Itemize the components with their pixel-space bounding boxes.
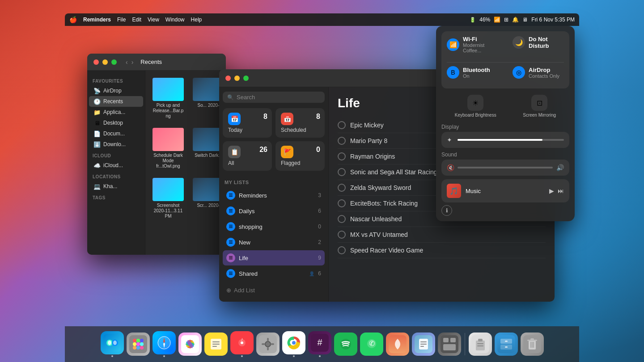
reminder-checkbox[interactable] xyxy=(338,246,346,254)
my-lists-header: My Lists xyxy=(223,177,325,188)
dock-whatsapp[interactable]: ✆ xyxy=(360,333,383,356)
play-button[interactable]: ▶ xyxy=(549,187,554,194)
svg-point-13 xyxy=(136,346,140,349)
list-item-life[interactable]: ≡ Life 9 xyxy=(223,250,325,265)
search-bar[interactable]: 🔍 Search xyxy=(223,92,325,103)
reminders-maximize-button[interactable] xyxy=(243,76,249,81)
search-icon: 🔍 xyxy=(227,94,234,101)
smart-list-all[interactable]: 📋 All 26 xyxy=(223,141,272,171)
reminder-item[interactable]: MX vs ATV Untamed xyxy=(338,227,546,243)
reminders-minimize-button[interactable] xyxy=(234,76,240,81)
dock-arc[interactable] xyxy=(386,333,409,356)
list-item-shared[interactable]: ≡ Shared 👤 6 xyxy=(223,266,325,281)
reminder-item[interactable]: Speed Racer Video Game xyxy=(338,243,546,258)
file-item[interactable]: Schedule Dark Mode fr...tOwl.png xyxy=(150,125,186,172)
list-item-reminders[interactable]: ≡ Reminders 3 xyxy=(223,188,325,203)
sidebar-item-documents[interactable]: 📄 Docum... xyxy=(89,128,143,139)
skip-button[interactable]: ⏭ xyxy=(558,187,564,194)
info-button[interactable]: ℹ xyxy=(441,205,452,216)
menu-edit[interactable]: Edit xyxy=(132,17,141,23)
sidebar-item-applications[interactable]: 📁 Applica... xyxy=(89,107,143,118)
list-item-dailys[interactable]: ≡ Dailys 6 xyxy=(223,203,325,219)
dock-slack[interactable]: # xyxy=(308,331,331,357)
maximize-button[interactable] xyxy=(111,59,117,65)
list-item-new[interactable]: ≡ New 2 xyxy=(223,235,325,250)
list-count: 3 xyxy=(318,192,321,198)
finder-forward-button[interactable]: › xyxy=(131,59,134,66)
sidebar-item-airdrop[interactable]: 📡 AirDrop xyxy=(89,85,143,96)
dock-launchpad[interactable] xyxy=(127,333,150,356)
wifi-card[interactable]: 📶 Wi-Fi Modernist Coffee... xyxy=(441,32,504,59)
wifi-menubar-icon[interactable]: 📶 xyxy=(494,17,500,23)
dock-music[interactable]: ♪ xyxy=(230,331,254,357)
file-item[interactable]: Pick up and Release...Bar.png xyxy=(150,75,186,122)
svg-text:#: # xyxy=(317,337,322,347)
dock-preview[interactable] xyxy=(412,333,435,356)
reminder-checkbox[interactable] xyxy=(338,137,346,145)
keyboard-brightness-button[interactable]: ☀ Keyboard Brightness xyxy=(450,92,501,120)
sound-slider-row[interactable]: 🔇 🔊 xyxy=(441,160,569,176)
reminders-close-button[interactable] xyxy=(225,76,231,81)
sidebar-item-recents[interactable]: 🕐 Recents xyxy=(89,96,143,107)
music-dock-icon: ♪ xyxy=(230,331,254,354)
volume-max-icon: 🔊 xyxy=(556,164,564,171)
sound-slider[interactable] xyxy=(458,167,553,168)
close-button[interactable] xyxy=(93,59,99,65)
smart-list-scheduled[interactable]: 📅 Scheduled 8 xyxy=(275,108,325,138)
reminder-checkbox[interactable] xyxy=(338,231,346,239)
dock-photos[interactable] xyxy=(178,333,202,356)
notification-center-icon[interactable]: 🔔 xyxy=(512,17,519,23)
reminder-checkbox[interactable] xyxy=(338,168,346,176)
svg-rect-40 xyxy=(271,343,274,345)
display-slider[interactable] xyxy=(458,139,564,141)
menu-help[interactable]: Help xyxy=(191,17,202,23)
apple-menu[interactable]: 🍎 xyxy=(69,16,77,23)
active-app-name[interactable]: Reminders xyxy=(83,17,111,23)
dock-preferences[interactable] xyxy=(256,333,280,356)
list-name: Dailys xyxy=(239,208,314,215)
sidebar-item-kha[interactable]: 💻 Kha... xyxy=(89,181,143,192)
dock-safari[interactable] xyxy=(153,331,176,357)
sidebar-kha-label: Kha... xyxy=(103,183,117,189)
minimize-button[interactable] xyxy=(102,59,108,65)
applications-icon: 📁 xyxy=(93,109,101,116)
dock-chrome[interactable] xyxy=(282,331,305,357)
sidebar-item-desktop[interactable]: 🖥 Desktop xyxy=(89,118,143,128)
dock-finder[interactable] xyxy=(101,331,124,357)
dock-spotify[interactable] xyxy=(334,333,357,356)
dock-mission-control[interactable] xyxy=(438,333,461,356)
display-icon[interactable]: 🖥 xyxy=(522,17,528,23)
smart-list-today[interactable]: 📅 Today 8 xyxy=(223,108,272,138)
dock-file-cabinet[interactable] xyxy=(495,333,518,356)
network-group: 📶 Wi-Fi Modernist Coffee... 🌙 Do Not Dis… xyxy=(441,31,569,88)
control-center-icon[interactable]: ⊞ xyxy=(504,17,508,23)
menu-window[interactable]: Window xyxy=(165,17,185,23)
smart-list-flagged[interactable]: 🚩 Flagged 0 xyxy=(275,141,325,171)
file-item[interactable]: Screenshot 2020-11...3.11 PM xyxy=(150,175,186,222)
menu-view[interactable]: View xyxy=(148,17,159,23)
file-name: Scr... 2020- xyxy=(197,203,220,208)
airdrop-card[interactable]: ◎ AirDrop Contacts Only xyxy=(507,63,569,84)
sidebar-item-icloud[interactable]: ☁️ iCloud... xyxy=(89,160,143,171)
dock-notes[interactable] xyxy=(204,333,228,356)
reminder-checkbox[interactable] xyxy=(338,152,346,160)
reminder-checkbox[interactable] xyxy=(338,215,346,223)
add-list-button[interactable]: ⊕ Add List xyxy=(223,283,325,297)
display-section-label: Display xyxy=(441,124,569,130)
display-slider-row[interactable]: ✦ xyxy=(441,132,569,148)
bluetooth-card[interactable]: B Bluetooth On xyxy=(441,63,504,84)
dock-clipboard[interactable] xyxy=(469,333,492,356)
reminder-checkbox[interactable] xyxy=(338,199,346,207)
screen-mirroring-button[interactable]: ⊡ Screen Mirroring xyxy=(518,92,560,120)
svg-rect-55 xyxy=(420,341,427,342)
menu-file[interactable]: File xyxy=(117,17,126,23)
dnd-card[interactable]: 🌙 Do Not Disturb xyxy=(507,32,569,59)
list-item-shopping[interactable]: ≡ shopping 0 xyxy=(223,219,325,234)
finder-back-button[interactable]: ‹ xyxy=(126,59,128,66)
reminder-checkbox[interactable] xyxy=(338,184,346,192)
sidebar-item-downloads[interactable]: ⬇️ Downlo... xyxy=(89,139,143,150)
sound-section-label: Sound xyxy=(441,152,569,158)
reminder-checkbox[interactable] xyxy=(338,121,346,129)
dock-trash[interactable] xyxy=(521,333,544,356)
screen-mirroring-label: Screen Mirroring xyxy=(523,113,556,118)
